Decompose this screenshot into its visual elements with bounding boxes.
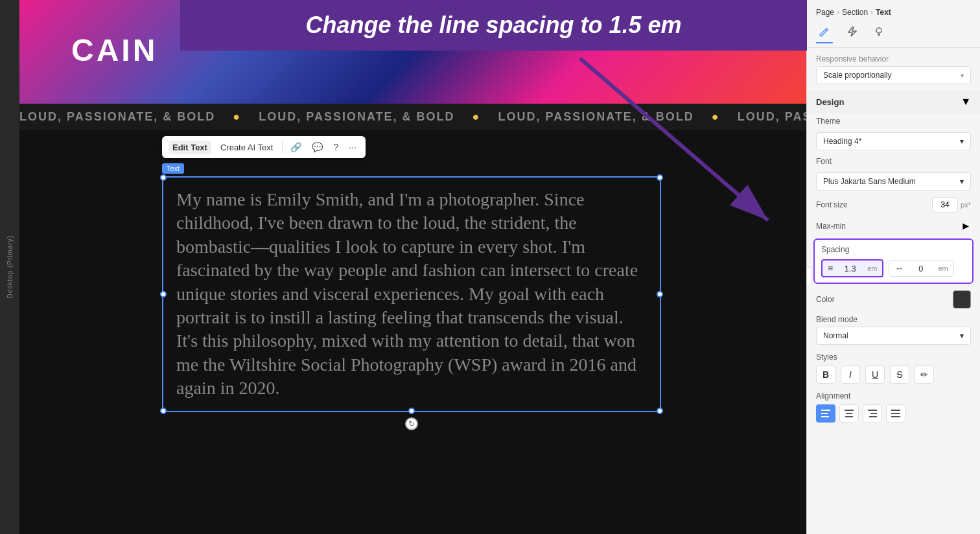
max-min-label: Max-min (816, 222, 846, 231)
svg-rect-12 (891, 410, 900, 411)
toolbar-divider (282, 141, 283, 153)
letter-spacing-icon: ↔ (894, 263, 904, 273)
align-left-button[interactable] (816, 404, 835, 423)
svg-rect-7 (846, 413, 852, 414)
design-label: Design (816, 97, 844, 107)
font-chevron: ▾ (960, 177, 964, 186)
text-badge: Text (162, 163, 184, 174)
svg-rect-6 (845, 410, 854, 411)
svg-rect-10 (870, 413, 877, 414)
theme-chevron: ▾ (960, 137, 964, 146)
breadcrumb-page[interactable]: Page (816, 8, 834, 17)
blend-label: Blend mode (816, 315, 971, 324)
instruction-text: Change the line spacing to 1.5 em (200, 12, 788, 39)
resize-handle-bm[interactable] (408, 408, 415, 414)
responsive-value: Scale proportionally (823, 71, 891, 80)
left-sidebar: Desktop (Primary) (0, 0, 19, 534)
styles-section: Styles B I U S ✏ (807, 349, 980, 388)
max-min-row: Max-min ► (807, 216, 980, 236)
svg-rect-9 (868, 410, 877, 411)
help-icon[interactable]: ? (331, 140, 341, 154)
line-spacing-input[interactable] (835, 264, 865, 273)
breadcrumb-sep1: › (837, 8, 839, 17)
align-justify-button[interactable] (886, 404, 905, 423)
panel-tabs (807, 21, 980, 48)
edit-toolbar: Edit Text Create AI Text 🔗 💬 ? ··· (162, 136, 366, 158)
letter-spacing-unit: em (938, 264, 948, 272)
align-right-button[interactable] (863, 404, 882, 423)
tab-lightning-icon[interactable] (843, 25, 860, 43)
design-expand-icon[interactable]: ▼ (961, 96, 971, 108)
more-icon[interactable]: ··· (346, 140, 359, 154)
letter-spacing-input[interactable] (906, 264, 935, 273)
style-bold-button[interactable]: B (816, 366, 835, 384)
svg-rect-11 (869, 416, 877, 417)
max-min-expand-icon[interactable]: ► (961, 220, 971, 232)
resize-handle-tl[interactable] (160, 174, 167, 181)
styles-label: Styles (816, 353, 971, 362)
blend-dropdown[interactable]: Normal ▾ (816, 327, 971, 345)
canvas-area: CAIN LOUD, PASSIONATE, & BOLD ● LOUD, PA… (19, 0, 807, 534)
font-value: Plus Jakarta Sans Medium (823, 177, 916, 186)
design-section-header: Design ▼ (807, 91, 980, 113)
blend-value: Normal (823, 331, 848, 340)
theme-row: Theme (807, 113, 980, 130)
responsive-dropdown[interactable]: Scale proportionally ▾ (816, 66, 971, 84)
align-center-button[interactable] (839, 404, 859, 423)
comment-icon[interactable]: 💬 (309, 140, 325, 154)
blend-section: Blend mode Normal ▾ (807, 312, 980, 349)
svg-point-2 (876, 28, 881, 33)
spacing-inputs: ≡ em ↔ em (821, 259, 966, 277)
body-text[interactable]: My name is Emily Smith, and I'm a photog… (176, 188, 647, 400)
responsive-chevron: ▾ (961, 72, 964, 79)
resize-handle-br[interactable] (657, 408, 663, 414)
alignment-section: Alignment (807, 388, 980, 426)
edit-text-button[interactable]: Edit Text (169, 141, 211, 154)
font-size-input[interactable] (932, 197, 958, 213)
spacing-section: Spacing ≡ em ↔ em (813, 238, 974, 284)
brand-text: CAIN (71, 32, 158, 68)
resize-handle-bl[interactable] (160, 408, 167, 414)
resize-handle-mr[interactable] (657, 291, 663, 297)
font-dropdown[interactable]: Plus Jakarta Sans Medium ▾ (816, 172, 971, 191)
instruction-banner: Change the line spacing to 1.5 em (180, 0, 807, 51)
svg-rect-13 (891, 413, 900, 414)
resize-handle-ml[interactable] (160, 291, 167, 297)
tab-design-icon[interactable] (816, 25, 833, 43)
svg-rect-14 (891, 416, 900, 417)
responsive-section: Responsive behavior Scale proportionally… (807, 51, 980, 91)
ticker-text: LOUD, PASSIONATE, & BOLD ● LOUD, PASSION… (19, 110, 807, 123)
text-box-selected[interactable]: My name is Emily Smith, and I'm a photog… (162, 176, 661, 412)
line-spacing-icon: ≡ (828, 263, 833, 273)
style-italic-button[interactable]: I (841, 366, 860, 384)
theme-dropdown[interactable]: Heading 4* ▾ (816, 132, 971, 150)
theme-value: Heading 4* (823, 137, 861, 146)
breadcrumb-section[interactable]: Section (842, 8, 868, 17)
style-strikethrough-button[interactable]: S (890, 366, 909, 384)
blend-chevron: ▾ (960, 331, 964, 340)
font-label: Font (816, 157, 832, 166)
alignment-label: Alignment (816, 391, 971, 400)
link-icon[interactable]: 🔗 (288, 140, 304, 154)
panel-collapse-button[interactable]: ‹ (806, 267, 812, 286)
rotate-handle[interactable]: ↻ (405, 417, 418, 430)
style-underline-button[interactable]: U (865, 366, 885, 384)
responsive-label: Responsive behavior (816, 54, 971, 64)
resize-handle-tr[interactable] (657, 174, 663, 181)
styles-buttons: B I U S ✏ (816, 366, 971, 384)
create-ai-text-button[interactable]: Create AI Text (216, 141, 277, 154)
font-row: Font (807, 153, 980, 170)
font-size-value-group: px* (932, 197, 971, 213)
spacing-label: Spacing (821, 245, 966, 254)
breadcrumb: Page › Section › Text (807, 0, 980, 21)
tab-lamp-icon[interactable] (870, 25, 887, 43)
font-size-label: Font size (816, 200, 848, 209)
breadcrumb-current[interactable]: Text (876, 8, 891, 17)
style-custom-button[interactable]: ✏ (915, 366, 934, 384)
text-edit-container: Edit Text Create AI Text 🔗 💬 ? ··· Text … (162, 136, 661, 412)
color-swatch[interactable] (953, 290, 971, 308)
ticker-bar: LOUD, PASSIONATE, & BOLD ● LOUD, PASSION… (19, 104, 807, 130)
svg-rect-8 (845, 416, 853, 417)
theme-label: Theme (816, 117, 840, 126)
svg-rect-3 (821, 410, 830, 411)
